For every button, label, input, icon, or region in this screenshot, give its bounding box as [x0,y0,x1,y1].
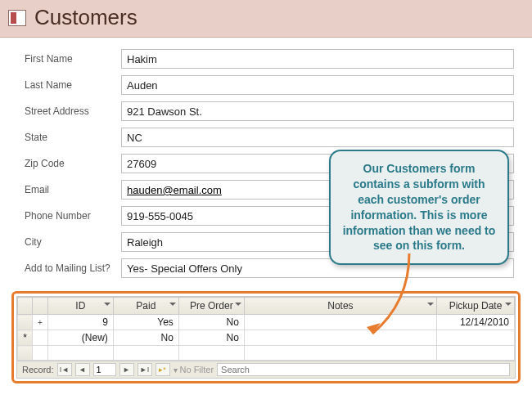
nav-prev-button[interactable]: ◄ [75,363,90,376]
nav-last-button[interactable]: ►I [138,363,152,376]
cell-notes[interactable] [244,330,436,346]
dropdown-icon[interactable] [169,303,176,306]
record-navigator: Record: I◄ ◄ ► ►I ▸* ▾ No Filter [17,361,515,378]
cell-preorder[interactable]: No [178,315,244,330]
cell-id[interactable]: 9 [47,315,113,330]
table-row[interactable]: + 9 Yes No 12/14/2010 [18,315,515,330]
label-state: State [25,132,121,143]
dropdown-icon[interactable] [427,303,434,306]
table-row-blank [18,346,515,361]
annotation-callout: Our Customers form contains a subform wi… [329,150,509,265]
orders-grid[interactable]: ID Paid Pre Order Notes Pickup Date + 9 … [17,297,515,361]
street-field[interactable]: 921 Dawson St. [121,101,514,121]
cell-preorder[interactable]: No [178,330,244,346]
col-id[interactable]: ID [47,298,113,315]
nav-current-record[interactable] [93,363,116,376]
label-street: Street Address [25,105,121,117]
nav-new-button[interactable]: ▸* [156,363,170,376]
label-zip: Zip Code [25,158,121,169]
col-pickup[interactable]: Pickup Date [437,298,515,315]
subform-highlight: ID Paid Pre Order Notes Pickup Date + 9 … [11,291,521,383]
page-title: Customers [34,5,138,30]
row-selector-header[interactable] [18,298,33,315]
dropdown-icon[interactable] [235,303,241,306]
label-last-name: Last Name [25,79,121,91]
search-input[interactable] [217,363,510,376]
dropdown-icon[interactable] [104,303,110,306]
row-marker[interactable] [18,315,33,330]
orders-subform: ID Paid Pre Order Notes Pickup Date + 9 … [16,296,516,379]
filter-status[interactable]: ▾ No Filter [174,365,214,374]
form-icon [8,10,26,26]
nav-label: Record: [22,365,54,374]
label-mailing: Add to Mailing List? [25,262,121,274]
cell-pickup[interactable]: 12/14/2010 [437,315,515,330]
last-name-field[interactable]: Auden [121,75,514,95]
label-first-name: First Name [25,53,121,65]
label-email: Email [25,184,121,195]
first-name-field[interactable]: Hakim [121,49,514,69]
cell-notes[interactable] [244,315,436,330]
expand-header[interactable] [33,298,48,315]
form-header: Customers [0,0,532,38]
label-city: City [25,236,121,248]
state-field[interactable]: NC [121,128,514,147]
nav-first-button[interactable]: I◄ [57,363,72,376]
table-row[interactable]: * (New) No No [18,330,515,346]
row-marker[interactable]: * [18,330,33,346]
label-phone: Phone Number [25,210,121,222]
nav-next-button[interactable]: ► [119,363,134,376]
cell-paid[interactable]: No [113,330,178,346]
cell-paid[interactable]: Yes [113,315,178,330]
cell-id[interactable]: (New) [47,330,113,346]
col-preorder[interactable]: Pre Order [178,298,244,315]
dropdown-icon[interactable] [505,303,512,306]
cell-pickup[interactable] [437,330,515,346]
callout-text: Our Customers form contains a subform wi… [343,162,496,252]
col-notes[interactable]: Notes [244,298,436,315]
expand-toggle[interactable] [33,330,48,346]
expand-toggle[interactable]: + [33,315,48,330]
funnel-icon: ▾ [174,365,178,374]
col-paid[interactable]: Paid [113,298,178,315]
